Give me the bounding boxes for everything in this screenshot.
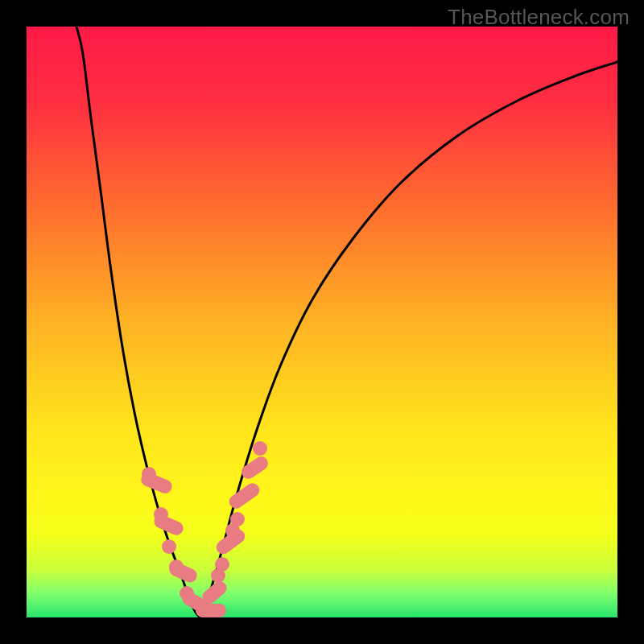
marker-dot bbox=[162, 539, 176, 554]
marker-dot bbox=[230, 512, 245, 526]
chart-frame: TheBottleneck.com bbox=[0, 0, 644, 644]
marker-capsule bbox=[226, 481, 262, 511]
marker-capsule bbox=[239, 454, 270, 481]
watermark-text: TheBottleneck.com bbox=[448, 5, 630, 30]
marker-dot bbox=[253, 441, 267, 456]
curve-right-curve bbox=[200, 62, 617, 617]
marker-dot bbox=[215, 557, 229, 572]
bottleneck-curves bbox=[76, 27, 617, 617]
marker-capsule bbox=[196, 604, 226, 617]
marker-cluster bbox=[139, 441, 270, 617]
marker-capsule bbox=[139, 471, 174, 496]
curve-layer bbox=[27, 27, 617, 617]
marker-capsule bbox=[152, 513, 186, 538]
plot-area bbox=[27, 27, 617, 617]
